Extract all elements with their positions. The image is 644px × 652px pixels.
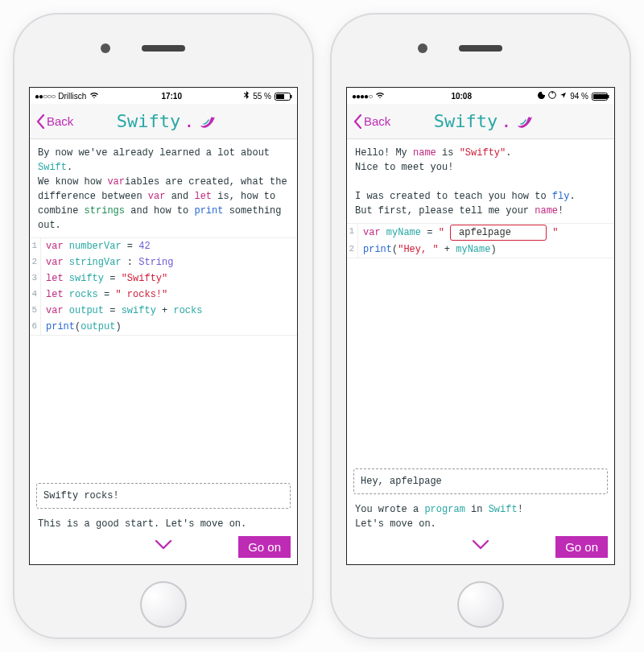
code-line: var stringVar : String xyxy=(41,254,178,270)
battery-icon xyxy=(275,91,292,100)
console-output: Hey, apfelpage xyxy=(353,468,608,494)
go-on-button[interactable]: Go on xyxy=(555,536,608,558)
device-frame: ●●●●○ 10:08 94 % xyxy=(330,13,631,639)
svg-rect-6 xyxy=(593,94,607,99)
bird-icon xyxy=(198,113,216,130)
line-number: 1 xyxy=(30,238,41,254)
line-number: 5 xyxy=(30,303,41,319)
code-line: var output = swifty + rocks xyxy=(41,303,207,319)
chevron-down-icon[interactable] xyxy=(155,539,172,555)
status-bar: ●●●●○ 10:08 94 % xyxy=(347,88,614,104)
svg-rect-2 xyxy=(276,94,284,99)
dnd-icon xyxy=(538,92,545,101)
home-button[interactable] xyxy=(140,581,187,628)
go-on-button[interactable]: Go on xyxy=(238,536,291,558)
status-bar: ●●○○○ Drillisch 17:10 55 % xyxy=(30,88,297,104)
code-editor[interactable]: 1var numberVar = 42 2var stringVar : Str… xyxy=(30,237,297,336)
console-output: Swifty rocks! xyxy=(36,483,291,509)
screen: ●●●●○ 10:08 94 % xyxy=(346,87,615,565)
line-number: 1 xyxy=(347,224,358,241)
svg-rect-5 xyxy=(608,95,609,98)
carrier-label: Drillisch xyxy=(58,92,86,101)
name-input[interactable]: apfelpage xyxy=(450,225,547,241)
code-line: var myName = " apfelpage " xyxy=(358,224,563,241)
line-number: 6 xyxy=(30,319,41,335)
lesson-intro: By now we've already learned a lot about… xyxy=(30,139,297,237)
code-line: let rocks = " rocks!" xyxy=(41,287,172,303)
svg-rect-1 xyxy=(291,95,292,98)
wifi-icon xyxy=(375,92,385,101)
home-button[interactable] xyxy=(457,581,504,628)
location-icon xyxy=(559,92,567,101)
signal-dots: ●●●●○ xyxy=(352,92,372,101)
clock: 17:10 xyxy=(161,92,182,101)
line-number: 4 xyxy=(30,287,41,303)
app-title: Swifty. xyxy=(41,111,291,131)
orientation-lock-icon xyxy=(548,91,556,101)
feedback-text: You wrote a program in Swift! Let's move… xyxy=(347,499,614,533)
device-frame: ●●○○○ Drillisch 17:10 55 % xyxy=(13,13,314,639)
code-editor[interactable]: 1var myName = " apfelpage " 2print("Hey,… xyxy=(347,223,614,258)
line-number: 2 xyxy=(347,241,358,258)
screen: ●●○○○ Drillisch 17:10 55 % xyxy=(29,87,298,565)
line-number: 2 xyxy=(30,254,41,270)
nav-bar: Back Swifty. xyxy=(347,104,614,139)
chevron-down-icon[interactable] xyxy=(472,539,489,555)
code-line: var numberVar = 42 xyxy=(41,238,155,254)
feedback-text: This is a good start. Let's move on. xyxy=(30,514,297,533)
code-line: let swifty = "Swifty" xyxy=(41,270,172,287)
camera-dot xyxy=(418,43,427,53)
code-line: print("Hey, " + myName) xyxy=(358,241,502,258)
battery-icon xyxy=(592,91,609,100)
line-number: 3 xyxy=(30,270,41,287)
camera-dot xyxy=(101,43,110,53)
clock: 10:08 xyxy=(451,92,472,101)
app-title: Swifty. xyxy=(358,111,608,131)
lesson-intro: Hello! My name is "Swifty". Nice to meet… xyxy=(347,139,614,223)
battery-label: 94 % xyxy=(570,92,588,101)
bluetooth-icon xyxy=(244,91,250,101)
bird-icon xyxy=(515,113,533,130)
nav-bar: Back Swifty. xyxy=(30,104,297,139)
battery-label: 55 % xyxy=(253,92,271,101)
code-line: print(output) xyxy=(41,319,126,335)
wifi-icon xyxy=(89,92,99,101)
signal-dots: ●●○○○ xyxy=(35,92,55,101)
